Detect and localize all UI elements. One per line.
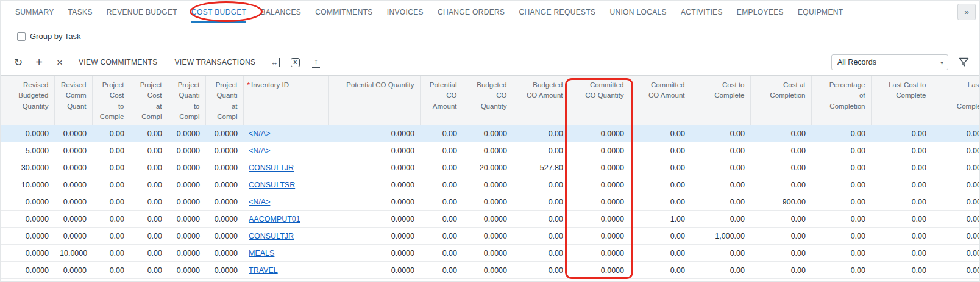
group-by-task-control[interactable]: Group by Task: [17, 32, 81, 41]
tab-balances[interactable]: BALANCES: [260, 1, 301, 23]
numeric-cell: 0.0000: [168, 228, 205, 245]
cost-budget-grid: Revised Budgeted QuantityRevised Comm Qu…: [1, 75, 980, 279]
column-header-budgeted[interactable]: Budgeted CO Amount: [513, 76, 569, 125]
tab-employees[interactable]: EMPLOYEES: [737, 1, 784, 23]
numeric-cell: 0.00: [130, 211, 168, 228]
column-header-label: Project Quanti at Compl: [216, 81, 238, 120]
refresh-button[interactable]: ↻: [9, 53, 28, 71]
inventory-id-link[interactable]: CONSULTJR: [249, 232, 294, 240]
table-row[interactable]: 5.00000.00000.000.000.00000.0000<N/A>0.0…: [1, 142, 980, 159]
numeric-cell: 0.00: [691, 176, 750, 193]
upload-button[interactable]: ↑: [306, 53, 325, 71]
table-row[interactable]: 10.00000.00000.000.000.00000.0000CONSULT…: [1, 176, 980, 193]
tab-commitments[interactable]: COMMITMENTS: [315, 1, 373, 23]
inventory-id-link[interactable]: AACOMPUT01: [249, 215, 300, 223]
numeric-cell: 0.00: [691, 193, 750, 211]
column-header-inventory-id[interactable]: *Inventory ID: [243, 76, 328, 125]
inventory-id-link[interactable]: <N/A>: [249, 198, 270, 206]
inventory-id-link[interactable]: CONSULTJR: [249, 164, 294, 172]
group-by-task-checkbox[interactable]: [17, 32, 26, 41]
fit-width-button[interactable]: ↔: [265, 53, 284, 71]
numeric-cell: 0.00: [871, 176, 932, 193]
table-row[interactable]: 0.00000.00000.000.000.00000.0000TRAVEL0.…: [1, 262, 980, 279]
column-header-committed[interactable]: Committed CO Quantity: [569, 76, 630, 125]
column-header-percentage[interactable]: Percentage of Completion: [811, 76, 871, 125]
column-header-label: Revised Budgeted Quantity: [18, 81, 48, 110]
tab-union-locals[interactable]: UNION LOCALS: [609, 1, 667, 23]
tab-revenue-budget[interactable]: REVENUE BUDGET: [107, 1, 177, 23]
delete-row-button[interactable]: ×: [50, 53, 69, 71]
column-header-potential-co-quantity[interactable]: Potential CO Quantity: [328, 76, 420, 125]
filter-settings-button[interactable]: [954, 53, 973, 71]
column-header-project[interactable]: Project Cost to Comple: [92, 76, 130, 125]
numeric-cell: 0.00: [513, 125, 569, 142]
numeric-cell: 0.0000: [168, 245, 205, 262]
inventory-id-cell: CONSULTSR: [243, 176, 328, 193]
add-row-button[interactable]: +: [29, 53, 49, 71]
table-row[interactable]: 0.00000.00000.000.000.00000.0000CONSULTJ…: [1, 228, 980, 245]
tab-change-orders[interactable]: CHANGE ORDERS: [438, 1, 505, 23]
numeric-cell: 0.0000: [328, 142, 420, 159]
tab-equipment[interactable]: EQUIPMENT: [798, 1, 843, 23]
tab-invoices[interactable]: INVOICES: [387, 1, 424, 23]
column-header-label: Cost to Complete: [714, 81, 744, 99]
tab-overflow-button[interactable]: »: [957, 4, 976, 20]
table-row[interactable]: 0.000010.00000.000.000.00000.0000MEALS0.…: [1, 245, 980, 262]
column-header-project[interactable]: Project Cost at Compl: [130, 76, 168, 125]
column-header-revised[interactable]: Revised Comm Quant: [54, 76, 92, 125]
tab-bar: SUMMARYTASKSREVENUE BUDGETCOST BUDGETBAL…: [1, 1, 979, 23]
numeric-cell: 0.0000: [205, 193, 243, 211]
view-transactions-button[interactable]: VIEW TRANSACTIONS: [166, 53, 263, 71]
column-header-project[interactable]: Project Quanti at Compl: [205, 76, 243, 125]
table-row[interactable]: 0.00000.00000.000.000.00000.0000<N/A>0.0…: [1, 193, 980, 211]
numeric-cell: 0.00: [750, 245, 811, 262]
numeric-cell: 0.0000: [463, 228, 513, 245]
project-cost-budget-screen: SUMMARYTASKSREVENUE BUDGETCOST BUDGETBAL…: [0, 0, 980, 282]
delete-icon: ×: [57, 57, 63, 68]
numeric-cell: 0.00: [811, 262, 871, 279]
column-header-budgeted[interactable]: Budgeted CO Quantity: [463, 76, 513, 125]
column-header-last-cost-to[interactable]: Last Cost to Complete: [871, 76, 932, 125]
filter-icon: [959, 57, 969, 67]
numeric-cell: 0.00: [811, 125, 871, 142]
column-header-committed[interactable]: Committed CO Amount: [630, 76, 691, 125]
inventory-id-link[interactable]: <N/A>: [249, 146, 270, 155]
inventory-id-link[interactable]: MEALS: [249, 249, 274, 258]
export-excel-button[interactable]: x: [285, 53, 305, 71]
numeric-cell: 5.0000: [1, 142, 54, 159]
numeric-cell: 0.00: [932, 125, 980, 142]
column-header-last[interactable]: Last Comple: [932, 76, 980, 125]
records-filter-value: All Records: [837, 58, 876, 67]
tab-change-requests[interactable]: CHANGE REQUESTS: [519, 1, 595, 23]
records-filter-select[interactable]: All Records ▾: [831, 54, 948, 70]
numeric-cell: 0.00: [811, 211, 871, 228]
numeric-cell: 0.0000: [54, 176, 92, 193]
tab-activities[interactable]: ACTIVITIES: [681, 1, 723, 23]
table-row[interactable]: 0.00000.00000.000.000.00000.0000<N/A>0.0…: [1, 125, 980, 142]
column-header-revised[interactable]: Revised Budgeted Quantity: [1, 76, 54, 125]
column-header-project[interactable]: Project Quanti to Compl: [168, 76, 205, 125]
numeric-cell: 0.00: [420, 211, 463, 228]
inventory-id-link[interactable]: CONSULTSR: [249, 181, 295, 189]
numeric-cell: 0.00: [932, 142, 980, 159]
inventory-id-link[interactable]: TRAVEL: [249, 266, 278, 275]
numeric-cell: 0.0000: [168, 262, 205, 279]
numeric-cell: 0.00: [130, 262, 168, 279]
numeric-cell: 0.0000: [463, 142, 513, 159]
column-header-cost-at[interactable]: Cost at Completion: [750, 76, 811, 125]
inventory-id-cell: <N/A>: [243, 193, 328, 211]
column-header-cost-to[interactable]: Cost to Complete: [691, 76, 750, 125]
table-row[interactable]: 30.00000.00000.000.000.00000.0000CONSULT…: [1, 159, 980, 176]
grid-toolbar: ↻ + × VIEW COMMITMENTS VIEW TRANSACTIONS…: [1, 49, 979, 75]
numeric-cell: 1.00: [630, 211, 691, 228]
numeric-cell: 0.0000: [54, 142, 92, 159]
tab-tasks[interactable]: TASKS: [68, 1, 93, 23]
inventory-id-link[interactable]: <N/A>: [249, 129, 270, 138]
numeric-cell: 0.00: [630, 193, 691, 211]
tab-cost-budget[interactable]: COST BUDGET: [191, 1, 246, 23]
tab-summary[interactable]: SUMMARY: [15, 1, 54, 23]
numeric-cell: 0.0000: [205, 262, 243, 279]
table-row[interactable]: 0.00000.00000.000.000.00000.0000AACOMPUT…: [1, 211, 980, 228]
column-header-potential[interactable]: Potential CO Amount: [420, 76, 463, 125]
view-commitments-button[interactable]: VIEW COMMITMENTS: [71, 53, 165, 71]
